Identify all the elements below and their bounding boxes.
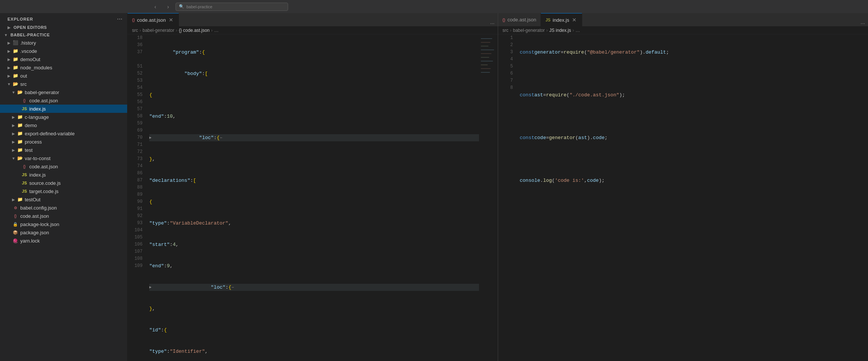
sidebar-item-vscode[interactable]: ▶ 📁 .vscode (0, 47, 127, 55)
open-editors-label: OPEN EDITORS (14, 25, 47, 30)
right-tab1-label: code.ast.json (508, 17, 536, 22)
right-editor-pane: {} code.ast.json JS index.js ✕ ··· src ›… (498, 13, 868, 361)
vscode-arrow: ▶ (6, 49, 12, 53)
sidebar-item-c-language[interactable]: ▶ 📁 c-language (0, 113, 127, 121)
sidebar-item-package-lock-json[interactable]: 🔒 package-lock.json (0, 220, 127, 228)
code-line: const code = generator(ast).code; (520, 134, 868, 141)
right-tab-index-js[interactable]: JS index.js ✕ (541, 13, 582, 26)
sidebar-item-testOut[interactable]: ▶ 📁 testOut (0, 195, 127, 204)
src-label: src (20, 81, 27, 87)
testOut-icon: 📁 (17, 196, 23, 203)
search-bar[interactable]: 🔍 babel-practice (176, 3, 288, 11)
right-breadcrumb: src › babel-generator › JS index.js › … (498, 26, 868, 34)
left-tab-code-ast-json[interactable]: {} code.ast.json ✕ (128, 13, 179, 26)
sidebar-item-node-modules[interactable]: ▶ 📁 node_modules (0, 63, 127, 72)
svg-rect-2 (481, 42, 490, 43)
fold-arrow[interactable]: ▶ (149, 284, 152, 291)
code-ast-json-2-label: code.ast.json (29, 164, 58, 169)
fold-arrow[interactable]: ▶ (149, 134, 152, 141)
code-line: }, (149, 305, 479, 312)
code-line: { (149, 198, 479, 205)
left-code-area[interactable]: 18 36 37 51 52 53 54 55 56 57 58 59 69 (128, 34, 498, 361)
sidebar-item-index-js-1[interactable]: JS index.js (0, 105, 127, 113)
sidebar-item-babel-config-json[interactable]: ⚙ babel.config.json (0, 204, 127, 212)
code-ast-json-root-label: code.ast.json (20, 213, 49, 219)
sidebar-item-package-json[interactable]: 📦 package.json (0, 228, 127, 237)
breadcrumb-babel-generator: babel-generator (143, 28, 174, 33)
src-arrow: ▼ (6, 82, 12, 86)
right-tab2-icon: JS (545, 18, 550, 22)
babel-config-json-label: babel.config.json (20, 205, 57, 211)
sidebar-item-var-to-const[interactable]: ▼ 📂 var-to-const (0, 154, 127, 162)
index-js-1-label: index.js (29, 106, 46, 112)
process-arrow: ▶ (11, 140, 17, 144)
demoOut-icon: 📁 (12, 56, 19, 63)
right-tab-close[interactable]: ✕ (571, 17, 577, 23)
right-code-area[interactable]: 1 2 3 4 5 6 7 8 const generator = requir… (498, 34, 868, 361)
demo-label: demo (25, 123, 37, 128)
left-tabs-actions[interactable]: ··· (487, 20, 498, 26)
sidebar-item-babel-generator[interactable]: ▼ 📂 babel-generator (0, 88, 127, 96)
code-line (520, 156, 868, 163)
right-sep1: › (510, 28, 512, 33)
left-breadcrumb: src › babel-generator › {} code.ast.json… (128, 26, 498, 34)
right-tabs-actions[interactable]: ··· (857, 20, 868, 26)
code-line: const ast = require("./code.ast.json"); (520, 91, 868, 99)
babel-generator-label: babel-generator (25, 90, 59, 95)
sidebar-item-index-js-2[interactable]: JS index.js (0, 171, 127, 179)
demoOut-label: demoOut (20, 57, 40, 62)
left-tab-close[interactable]: ✕ (168, 17, 174, 23)
sidebar-item-export-defined-variable[interactable]: ▶ 📁 export-defined-variable (0, 129, 127, 138)
code-line: "program": { (149, 49, 479, 56)
title-bar: ‹ › 🔍 babel-practice (0, 0, 868, 13)
sidebar-item-code-ast-json-1[interactable]: {} code.ast.json (0, 96, 127, 105)
svg-rect-6 (481, 57, 489, 58)
sep3: › (211, 28, 213, 33)
sidebar-item-yarn-lock[interactable]: 🧶 yarn.lock (0, 237, 127, 245)
open-editors-section[interactable]: ▶ OPEN EDITORS (0, 24, 127, 31)
code-ast-json-root-icon: {} (12, 213, 19, 219)
code-line: "end": 10, (149, 113, 479, 120)
project-section[interactable]: ▼ BABEL-PRACTICE (0, 31, 127, 39)
sidebar-item-out[interactable]: ▶ 📁 out (0, 72, 127, 80)
svg-rect-5 (481, 53, 491, 54)
nav-controls: ‹ › 🔍 babel-practice (150, 3, 288, 11)
code-line (520, 70, 868, 77)
sidebar-item-demo[interactable]: ▶ 📁 demo (0, 121, 127, 129)
history-icon: ⬛ (12, 39, 19, 46)
code-line: "id": { (149, 327, 479, 334)
var-to-const-icon: 📂 (17, 155, 23, 162)
package-lock-json-label: package-lock.json (20, 222, 59, 227)
code-line: ▶ "loc": {– (149, 284, 479, 291)
right-line-numbers: 1 2 3 4 5 6 7 8 (498, 34, 517, 361)
editor-area: {} code.ast.json ✕ ··· src › babel-gener… (128, 13, 868, 361)
code-ast-json-1-label: code.ast.json (29, 98, 58, 103)
sidebar-item-target-code-js[interactable]: JS target.code.js (0, 187, 127, 195)
sidebar-item-src[interactable]: ▼ 📂 src (0, 80, 127, 88)
forward-button[interactable]: › (163, 3, 173, 11)
svg-rect-8 (481, 64, 488, 65)
sidebar-item-history[interactable]: ▶ ⬛ .history (0, 39, 127, 47)
sidebar-item-source-code-js[interactable]: JS source.code.js (0, 179, 127, 187)
sidebar-item-code-ast-json-2[interactable]: {} code.ast.json (0, 162, 127, 171)
babel-config-json-icon: ⚙ (12, 204, 19, 211)
code-line: ▶ "loc": {– (149, 134, 479, 141)
main-layout: EXPLORER ··· ▶ OPEN EDITORS ▼ BABEL-PRAC… (0, 13, 868, 361)
code-ast-json-1-icon: {} (21, 97, 28, 104)
project-arrow: ▼ (3, 33, 9, 37)
c-language-label: c-language (25, 114, 49, 120)
sidebar-item-demoOut[interactable]: ▶ 📁 demoOut (0, 55, 127, 63)
sidebar-item-test[interactable]: ▶ 📁 test (0, 146, 127, 154)
search-text: babel-practice (186, 4, 212, 9)
code-line: "end": 9, (149, 262, 479, 270)
target-code-js-label: target.code.js (29, 189, 59, 194)
sidebar-item-code-ast-json-root[interactable]: {} code.ast.json (0, 212, 127, 220)
back-button[interactable]: ‹ (150, 3, 161, 11)
sep1: › (140, 28, 141, 33)
more-actions-icon[interactable]: ··· (117, 16, 123, 22)
package-json-icon: 📦 (12, 229, 19, 236)
vscode-icon: 📁 (12, 48, 19, 54)
sidebar-item-process[interactable]: ▶ 📁 process (0, 138, 127, 146)
vscode-label: .vscode (20, 48, 37, 54)
right-tab-code-ast-json[interactable]: {} code.ast.json (498, 13, 541, 26)
